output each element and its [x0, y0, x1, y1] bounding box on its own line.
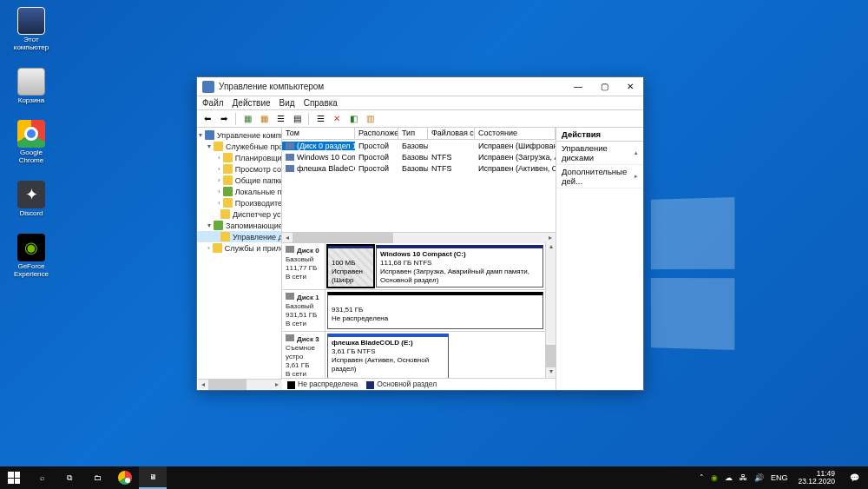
tray-volume-icon[interactable]: 🔊 [754, 473, 764, 482]
icon-label: Discord [19, 210, 43, 218]
volume-row[interactable]: (Диск 0 раздел 1) Простой Базовый Исправ… [282, 140, 556, 151]
tray-network-icon[interactable]: 🖧 [740, 473, 747, 482]
desktop-icon-discord[interactable]: ✦Discord [7, 181, 56, 218]
system-tray[interactable]: ˄ ◉ ☁ 🖧 🔊 ENG [700, 473, 793, 482]
disk-row-3[interactable]: Диск 3Съемное устро3,61 ГБВ сети флешка … [282, 332, 545, 378]
tree-root[interactable]: ▾Управление компьютером (л [197, 129, 281, 141]
col-fs[interactable]: Файловая система [428, 128, 475, 139]
icon-label: Google Chrome [7, 149, 56, 165]
maximize-button[interactable]: ▢ [591, 78, 617, 96]
icon-label: Этот компьютер [7, 36, 56, 52]
tree-node[interactable]: ▾Запоминающие устройс [197, 220, 281, 231]
volume-list[interactable]: (Диск 0 раздел 1) Простой Базовый Исправ… [282, 140, 556, 175]
partition-e[interactable]: флешка BladeCOLD (E:)3,61 ГБ NTFSИсправе… [327, 334, 449, 378]
volume-row[interactable]: Windows 10 Compact (C:) Простой Базовый … [282, 151, 556, 162]
actions-header: Действия [556, 128, 643, 142]
nvidia-icon: ◉ [17, 234, 45, 261]
tray-language[interactable]: ENG [771, 473, 788, 482]
close-button[interactable]: ✕ [617, 78, 643, 96]
tray-nvidia-icon[interactable]: ◉ [711, 473, 718, 482]
notifications-button[interactable]: 💬 [840, 466, 868, 489]
pc-icon [17, 7, 45, 35]
tree-node[interactable]: ›Производительность [197, 197, 281, 208]
window-title: Управление компьютером [219, 82, 565, 91]
discord-icon: ✦ [17, 181, 45, 208]
taskbar-chrome[interactable] [111, 466, 139, 489]
tree-node[interactable]: ›Просмотр событий [197, 163, 281, 175]
desktop-icon-chrome[interactable]: Google Chrome [7, 120, 56, 165]
titlebar[interactable]: Управление компьютером — ▢ ✕ [197, 77, 643, 96]
col-layout[interactable]: Расположение [355, 128, 398, 139]
icon-label: GeForce Experience [7, 263, 56, 279]
disk-graphical-view[interactable]: Диск 0Базовый111,77 ГБВ сети 100 МБИспра… [282, 242, 545, 378]
taskbar-explorer[interactable]: 🗀 [83, 466, 111, 489]
toolbar-btn[interactable]: ▦ [257, 112, 271, 126]
minimize-button[interactable]: — [565, 78, 591, 96]
volume-list-header[interactable]: Том Расположение Тип Файловая система Со… [282, 128, 556, 140]
chevron-right-icon: ▸ [635, 173, 638, 180]
disk-row-1[interactable]: Диск 1Базовый931,51 ГБВ сети 931,51 ГБНе… [282, 290, 545, 332]
start-button[interactable] [0, 466, 28, 489]
task-view-button[interactable]: ⧉ [56, 466, 83, 489]
computer-management-window: Управление компьютером — ▢ ✕ Файл Действ… [196, 76, 644, 391]
col-type[interactable]: Тип [398, 128, 428, 139]
tree-node[interactable]: Диспетчер устройст [197, 208, 281, 220]
legend: Не распределена Основной раздел [282, 378, 556, 390]
chevron-up-icon: ▴ [635, 149, 638, 156]
back-button[interactable]: ⬅ [201, 112, 214, 126]
disk-vscroll[interactable]: ▴▾ [545, 242, 556, 378]
forward-button[interactable]: ➡ [217, 112, 231, 126]
menu-file[interactable]: Файл [202, 98, 224, 108]
volume-row[interactable]: флешка BladeCOLD (E:) Простой Базовый NT… [282, 162, 556, 174]
desktop-icons: Этот компьютер Корзина Google Chrome ✦Di… [7, 7, 56, 278]
tree-node[interactable]: ›Общие папки [197, 175, 281, 186]
actions-pane: Действия Управление дисками▴ Дополнитель… [556, 128, 643, 390]
center-panel: Том Расположение Тип Файловая система Со… [282, 128, 556, 390]
desktop-icon-recycle-bin[interactable]: Корзина [7, 68, 56, 105]
chrome-icon [17, 120, 45, 148]
toolbar-btn[interactable]: ✕ [330, 112, 344, 126]
toolbar-btn[interactable]: ☰ [313, 112, 327, 126]
tree-node[interactable]: ›Планировщик задани [197, 152, 281, 163]
toolbar-btn[interactable]: ☰ [273, 112, 287, 126]
menu-action[interactable]: Действие [233, 98, 271, 108]
partition-unallocated[interactable]: 931,51 ГБНе распределена [327, 292, 543, 329]
disk-info: Диск 0Базовый111,77 ГБВ сети [282, 243, 326, 289]
toolbar-btn[interactable]: ▦ [240, 112, 254, 126]
tray-onedrive-icon[interactable]: ☁ [725, 473, 733, 482]
col-volume[interactable]: Том [282, 128, 355, 139]
col-status[interactable]: Состояние [475, 128, 556, 139]
tree-disk-management[interactable]: Управление дисками [197, 231, 281, 242]
toolbar-btn[interactable]: ▥ [363, 112, 377, 126]
menu-view[interactable]: Вид [279, 98, 295, 108]
disk-row-0[interactable]: Диск 0Базовый111,77 ГБВ сети 100 МБИспра… [282, 243, 545, 290]
tray-chevron-icon[interactable]: ˄ [700, 473, 704, 482]
partition-efi[interactable]: 100 МБИсправен (Шифр [327, 245, 374, 287]
tree-node[interactable]: ›Службы и приложения [197, 242, 281, 254]
toolbar: ⬅ ➡ ▦ ▦ ☰ ▤ ☰ ✕ ◧ ▥ [197, 110, 643, 128]
taskbar: ⌕ ⧉ 🗀 🖥 ˄ ◉ ☁ 🖧 🔊 ENG 11:4923.12.2020 💬 [0, 466, 868, 489]
taskbar-computer-management[interactable]: 🖥 [139, 466, 167, 489]
disk-info: Диск 1Базовый931,51 ГБВ сети [282, 290, 326, 331]
toolbar-btn[interactable]: ▤ [290, 112, 304, 126]
icon-label: Корзина [18, 97, 44, 105]
bin-icon [17, 68, 45, 96]
toolbar-btn[interactable]: ◧ [346, 112, 360, 126]
navigation-tree[interactable]: ▾Управление компьютером (л ▾Служебные пр… [197, 128, 282, 390]
menubar: Файл Действие Вид Справка [197, 96, 643, 110]
list-hscroll[interactable]: ◂▸ [282, 232, 556, 242]
desktop-icon-geforce[interactable]: ◉GeForce Experience [7, 234, 56, 279]
tree-hscroll[interactable]: ◂▸ [198, 379, 282, 389]
actions-more[interactable]: Дополнительные дей...▸ [556, 165, 643, 188]
actions-disk-management[interactable]: Управление дисками▴ [556, 142, 643, 165]
search-button[interactable]: ⌕ [28, 466, 56, 489]
tree-node[interactable]: ▾Служебные программы [197, 141, 281, 152]
taskbar-clock[interactable]: 11:4923.12.2020 [792, 470, 840, 486]
desktop-icon-this-pc[interactable]: Этот компьютер [7, 7, 56, 52]
partition-c[interactable]: Windows 10 Compact (C:)111,68 ГБ NTFSИсп… [376, 245, 543, 287]
tree-node[interactable]: ›Локальные пользова [197, 186, 281, 197]
app-icon [202, 81, 214, 93]
disk-info: Диск 3Съемное устро3,61 ГБВ сети [282, 332, 326, 378]
menu-help[interactable]: Справка [304, 98, 338, 108]
